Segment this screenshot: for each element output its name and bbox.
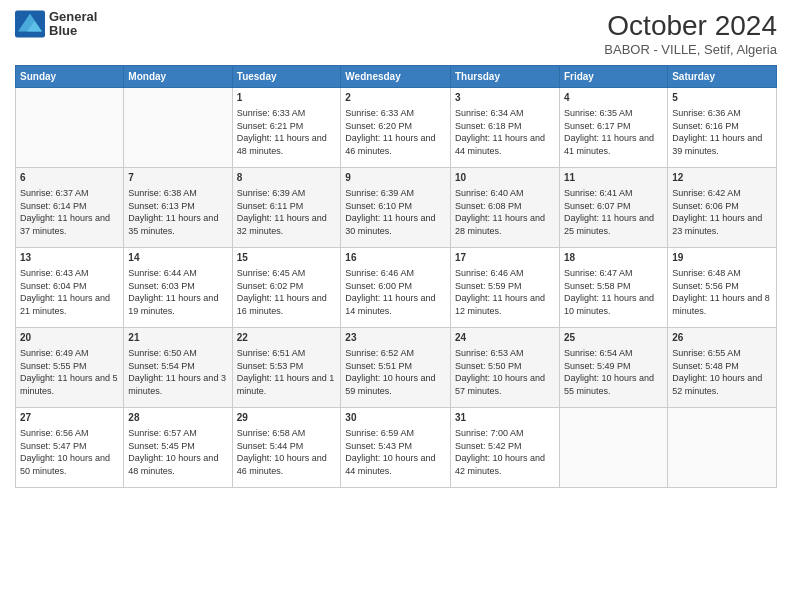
header-thursday: Thursday xyxy=(450,66,559,88)
location: BABOR - VILLE, Setif, Algeria xyxy=(604,42,777,57)
calendar-cell: 6Sunrise: 6:37 AMSunset: 6:14 PMDaylight… xyxy=(16,168,124,248)
logo-line2: Blue xyxy=(49,24,97,38)
header-sunday: Sunday xyxy=(16,66,124,88)
day-number: 6 xyxy=(20,171,119,185)
calendar-cell xyxy=(559,408,667,488)
calendar-cell: 30Sunrise: 6:59 AMSunset: 5:43 PMDayligh… xyxy=(341,408,451,488)
calendar-cell: 16Sunrise: 6:46 AMSunset: 6:00 PMDayligh… xyxy=(341,248,451,328)
calendar-cell: 26Sunrise: 6:55 AMSunset: 5:48 PMDayligh… xyxy=(668,328,777,408)
calendar-cell: 25Sunrise: 6:54 AMSunset: 5:49 PMDayligh… xyxy=(559,328,667,408)
calendar-cell: 12Sunrise: 6:42 AMSunset: 6:06 PMDayligh… xyxy=(668,168,777,248)
calendar-cell: 19Sunrise: 6:48 AMSunset: 5:56 PMDayligh… xyxy=(668,248,777,328)
calendar-cell: 13Sunrise: 6:43 AMSunset: 6:04 PMDayligh… xyxy=(16,248,124,328)
day-number: 7 xyxy=(128,171,227,185)
calendar-cell: 1Sunrise: 6:33 AMSunset: 6:21 PMDaylight… xyxy=(232,88,341,168)
day-number: 11 xyxy=(564,171,663,185)
header-tuesday: Tuesday xyxy=(232,66,341,88)
day-number: 17 xyxy=(455,251,555,265)
day-number: 28 xyxy=(128,411,227,425)
calendar-cell: 21Sunrise: 6:50 AMSunset: 5:54 PMDayligh… xyxy=(124,328,232,408)
header-wednesday: Wednesday xyxy=(341,66,451,88)
calendar-cell: 10Sunrise: 6:40 AMSunset: 6:08 PMDayligh… xyxy=(450,168,559,248)
day-number: 20 xyxy=(20,331,119,345)
day-number: 9 xyxy=(345,171,446,185)
day-number: 12 xyxy=(672,171,772,185)
day-number: 8 xyxy=(237,171,337,185)
calendar-cell: 27Sunrise: 6:56 AMSunset: 5:47 PMDayligh… xyxy=(16,408,124,488)
header-monday: Monday xyxy=(124,66,232,88)
day-number: 19 xyxy=(672,251,772,265)
logo: General Blue xyxy=(15,10,97,39)
day-number: 13 xyxy=(20,251,119,265)
day-number: 18 xyxy=(564,251,663,265)
calendar-cell xyxy=(124,88,232,168)
calendar-cell: 17Sunrise: 6:46 AMSunset: 5:59 PMDayligh… xyxy=(450,248,559,328)
calendar-cell: 15Sunrise: 6:45 AMSunset: 6:02 PMDayligh… xyxy=(232,248,341,328)
calendar-cell: 4Sunrise: 6:35 AMSunset: 6:17 PMDaylight… xyxy=(559,88,667,168)
week-row-2: 6Sunrise: 6:37 AMSunset: 6:14 PMDaylight… xyxy=(16,168,777,248)
day-number: 16 xyxy=(345,251,446,265)
week-row-3: 13Sunrise: 6:43 AMSunset: 6:04 PMDayligh… xyxy=(16,248,777,328)
day-number: 1 xyxy=(237,91,337,105)
day-number: 14 xyxy=(128,251,227,265)
calendar-cell: 28Sunrise: 6:57 AMSunset: 5:45 PMDayligh… xyxy=(124,408,232,488)
calendar-cell: 29Sunrise: 6:58 AMSunset: 5:44 PMDayligh… xyxy=(232,408,341,488)
day-number: 23 xyxy=(345,331,446,345)
calendar-cell: 14Sunrise: 6:44 AMSunset: 6:03 PMDayligh… xyxy=(124,248,232,328)
calendar-cell: 18Sunrise: 6:47 AMSunset: 5:58 PMDayligh… xyxy=(559,248,667,328)
week-row-4: 20Sunrise: 6:49 AMSunset: 5:55 PMDayligh… xyxy=(16,328,777,408)
calendar-cell: 5Sunrise: 6:36 AMSunset: 6:16 PMDaylight… xyxy=(668,88,777,168)
calendar-cell: 9Sunrise: 6:39 AMSunset: 6:10 PMDaylight… xyxy=(341,168,451,248)
calendar-cell: 2Sunrise: 6:33 AMSunset: 6:20 PMDaylight… xyxy=(341,88,451,168)
header-friday: Friday xyxy=(559,66,667,88)
logo-icon xyxy=(15,10,45,38)
week-row-1: 1Sunrise: 6:33 AMSunset: 6:21 PMDaylight… xyxy=(16,88,777,168)
header-row: SundayMondayTuesdayWednesdayThursdayFrid… xyxy=(16,66,777,88)
day-number: 10 xyxy=(455,171,555,185)
calendar-table: SundayMondayTuesdayWednesdayThursdayFrid… xyxy=(15,65,777,488)
calendar-cell: 23Sunrise: 6:52 AMSunset: 5:51 PMDayligh… xyxy=(341,328,451,408)
day-number: 5 xyxy=(672,91,772,105)
day-number: 29 xyxy=(237,411,337,425)
logo-text: General Blue xyxy=(49,10,97,39)
calendar-cell: 31Sunrise: 7:00 AMSunset: 5:42 PMDayligh… xyxy=(450,408,559,488)
calendar-cell: 7Sunrise: 6:38 AMSunset: 6:13 PMDaylight… xyxy=(124,168,232,248)
day-number: 25 xyxy=(564,331,663,345)
page: General Blue October 2024 BABOR - VILLE,… xyxy=(0,0,792,612)
week-row-5: 27Sunrise: 6:56 AMSunset: 5:47 PMDayligh… xyxy=(16,408,777,488)
calendar-cell xyxy=(668,408,777,488)
day-number: 30 xyxy=(345,411,446,425)
day-number: 24 xyxy=(455,331,555,345)
day-number: 27 xyxy=(20,411,119,425)
day-number: 22 xyxy=(237,331,337,345)
header: General Blue October 2024 BABOR - VILLE,… xyxy=(15,10,777,57)
day-number: 31 xyxy=(455,411,555,425)
day-number: 21 xyxy=(128,331,227,345)
calendar-cell: 20Sunrise: 6:49 AMSunset: 5:55 PMDayligh… xyxy=(16,328,124,408)
title-block: October 2024 BABOR - VILLE, Setif, Alger… xyxy=(604,10,777,57)
calendar-cell: 8Sunrise: 6:39 AMSunset: 6:11 PMDaylight… xyxy=(232,168,341,248)
day-number: 4 xyxy=(564,91,663,105)
day-number: 15 xyxy=(237,251,337,265)
calendar-cell: 24Sunrise: 6:53 AMSunset: 5:50 PMDayligh… xyxy=(450,328,559,408)
calendar-cell xyxy=(16,88,124,168)
calendar-cell: 11Sunrise: 6:41 AMSunset: 6:07 PMDayligh… xyxy=(559,168,667,248)
month-year: October 2024 xyxy=(604,10,777,42)
day-number: 2 xyxy=(345,91,446,105)
day-number: 3 xyxy=(455,91,555,105)
header-saturday: Saturday xyxy=(668,66,777,88)
calendar-cell: 3Sunrise: 6:34 AMSunset: 6:18 PMDaylight… xyxy=(450,88,559,168)
logo-line1: General xyxy=(49,10,97,24)
day-number: 26 xyxy=(672,331,772,345)
calendar-cell: 22Sunrise: 6:51 AMSunset: 5:53 PMDayligh… xyxy=(232,328,341,408)
